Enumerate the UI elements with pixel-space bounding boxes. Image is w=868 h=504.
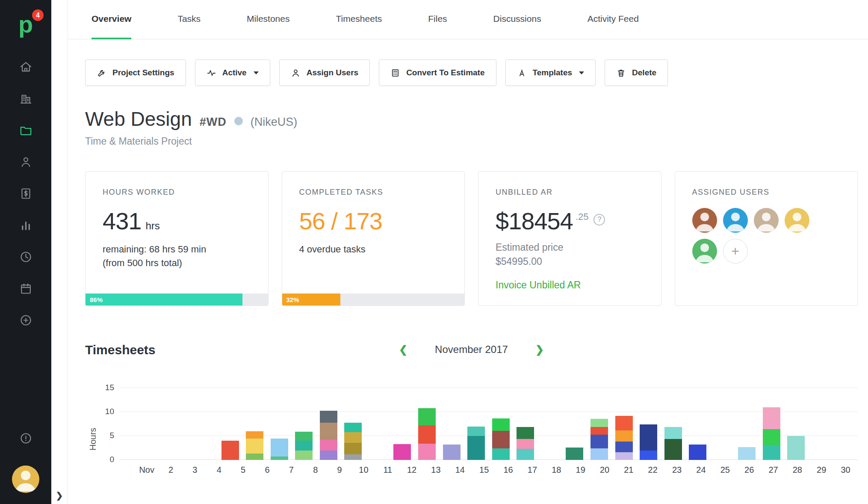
bar-10[interactable]: [341, 388, 366, 460]
avatar[interactable]: [754, 208, 779, 233]
tab-overview[interactable]: Overview: [92, 0, 131, 39]
user-avatar[interactable]: [12, 465, 39, 493]
sidebar-item-clients[interactable]: [16, 152, 35, 171]
avatar[interactable]: [785, 208, 809, 233]
bar-17[interactable]: [513, 388, 538, 460]
sidebar: p 4: [0, 0, 51, 504]
avatar-silhouette-icon: [754, 208, 779, 233]
sidebar-item-reports[interactable]: [16, 216, 35, 234]
bar-segment: [615, 430, 633, 442]
bar-26[interactable]: [735, 388, 759, 460]
sidebar-item-invoices[interactable]: [16, 184, 35, 203]
bar-13[interactable]: [415, 388, 440, 460]
delete-button[interactable]: Delete: [605, 59, 668, 86]
invoice-unbilled-ar-link[interactable]: Invoice Unbilled AR: [496, 279, 581, 291]
add-user-button[interactable]: +: [723, 239, 748, 264]
tab-files[interactable]: Files: [428, 0, 447, 39]
bar-stack: [615, 416, 633, 460]
bar-28[interactable]: [784, 388, 809, 460]
bar-9[interactable]: [316, 388, 341, 460]
notification-badge[interactable]: 4: [32, 9, 44, 21]
avatar[interactable]: [692, 239, 717, 264]
invoices-icon: [19, 187, 32, 200]
status-active-dropdown[interactable]: Active: [195, 59, 270, 86]
bar-21[interactable]: [611, 388, 636, 460]
chart-plot: [119, 388, 858, 460]
templates-dropdown[interactable]: Templates: [505, 59, 596, 86]
x-tick-label: 21: [617, 465, 641, 475]
bar-stack: [320, 411, 337, 460]
bar-7[interactable]: [267, 388, 292, 460]
next-month-chevron-icon[interactable]: ❯: [535, 344, 544, 356]
bar-stack: [590, 419, 608, 460]
assign-users-button[interactable]: Assign Users: [279, 59, 370, 86]
sidebar-item-time[interactable]: [16, 247, 35, 266]
button-label: Convert To Estimate: [406, 68, 484, 77]
bar-2: [144, 388, 169, 460]
bar-14[interactable]: [439, 388, 464, 460]
sidebar-item-home[interactable]: [16, 57, 35, 76]
sidebar-item-projects[interactable]: [16, 121, 35, 139]
bar-12[interactable]: [390, 388, 415, 460]
bar-19[interactable]: [562, 388, 587, 460]
app-logo[interactable]: p 4: [13, 10, 38, 43]
x-tick-label: 2: [159, 465, 183, 475]
bar-segment: [590, 448, 608, 460]
sidebar-item-add[interactable]: [16, 311, 35, 329]
bar-3: [168, 388, 193, 460]
page-title: Web Design: [85, 107, 192, 130]
tab-milestones[interactable]: Milestones: [247, 0, 289, 39]
convert-to-estimate-button[interactable]: Convert To Estimate: [379, 59, 496, 86]
bar-5[interactable]: [218, 388, 242, 460]
bar-18: [538, 388, 563, 460]
previous-month-chevron-icon[interactable]: ❮: [399, 344, 407, 356]
bar-segment: [590, 435, 608, 448]
bar-6[interactable]: [242, 388, 267, 460]
client-name: (NikeUS): [251, 116, 298, 129]
completed-tasks-value: 56 / 173: [299, 207, 382, 235]
bar-segment: [689, 445, 706, 460]
bar-segment: [344, 454, 362, 460]
bar-27[interactable]: [759, 388, 784, 460]
status-dot-icon: [234, 117, 243, 125]
estimated-price-label: Estimated price: [496, 242, 644, 253]
hours-worked-value: 431: [103, 207, 141, 235]
x-tick-label: 27: [761, 465, 785, 475]
bar-segment: [295, 451, 313, 460]
bar-23[interactable]: [661, 388, 685, 460]
sidebar-item-alerts[interactable]: [16, 429, 35, 448]
avatar[interactable]: [692, 208, 717, 233]
tab-discussions[interactable]: Discussions: [493, 0, 541, 39]
clients-icon: [19, 155, 32, 169]
help-icon[interactable]: ?: [593, 214, 605, 225]
wrench-icon: [97, 68, 106, 78]
bar-8[interactable]: [292, 388, 316, 460]
month-navigation: ❮ November 2017 ❯: [399, 344, 544, 356]
x-tick-label: 30: [833, 465, 857, 475]
project-settings-button[interactable]: Project Settings: [85, 59, 186, 86]
bar-segment: [492, 448, 510, 460]
tab-tasks[interactable]: Tasks: [177, 0, 201, 39]
sidebar-item-calendar[interactable]: [16, 279, 35, 298]
bar-stack: [295, 432, 313, 460]
x-tick-label: 24: [689, 465, 713, 475]
bar-segment: [640, 451, 657, 460]
bar-16[interactable]: [488, 388, 513, 460]
tab-activity-feed[interactable]: Activity Feed: [588, 0, 639, 39]
sidebar-item-company[interactable]: [16, 89, 35, 108]
bar-20[interactable]: [587, 388, 612, 460]
avatar-silhouette-icon: [692, 239, 717, 264]
avatar[interactable]: [723, 208, 748, 233]
templates-icon: [517, 68, 527, 78]
bar-15[interactable]: [464, 388, 489, 460]
tab-timesheets[interactable]: Timesheets: [336, 0, 382, 39]
expand-sidebar-chevron[interactable]: ❯: [56, 490, 63, 501]
bar-stack: [640, 424, 657, 460]
chart-area: 051015 Nov234567891011121314151617181920…: [100, 388, 858, 475]
bar-segment: [787, 436, 805, 460]
bar-24[interactable]: [685, 388, 710, 460]
button-label: Project Settings: [112, 68, 174, 77]
bar-segment: [566, 448, 583, 460]
button-label: Active: [222, 68, 247, 77]
bar-22[interactable]: [636, 388, 661, 460]
